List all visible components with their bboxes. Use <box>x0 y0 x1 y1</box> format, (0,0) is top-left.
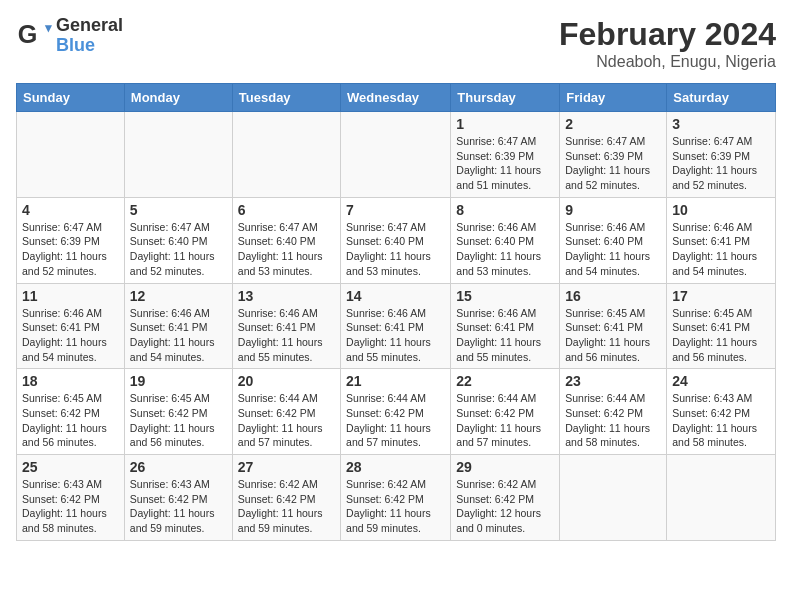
col-header-tuesday: Tuesday <box>232 84 340 112</box>
calendar-week-2: 4Sunrise: 6:47 AM Sunset: 6:39 PM Daylig… <box>17 197 776 283</box>
day-number: 29 <box>456 459 554 475</box>
col-header-friday: Friday <box>560 84 667 112</box>
day-info: Sunrise: 6:43 AM Sunset: 6:42 PM Dayligh… <box>130 477 227 536</box>
calendar-cell <box>17 112 125 198</box>
calendar-header-row: SundayMondayTuesdayWednesdayThursdayFrid… <box>17 84 776 112</box>
day-number: 21 <box>346 373 445 389</box>
calendar-cell: 13Sunrise: 6:46 AM Sunset: 6:41 PM Dayli… <box>232 283 340 369</box>
calendar-cell: 26Sunrise: 6:43 AM Sunset: 6:42 PM Dayli… <box>124 455 232 541</box>
day-info: Sunrise: 6:45 AM Sunset: 6:41 PM Dayligh… <box>672 306 770 365</box>
day-number: 9 <box>565 202 661 218</box>
day-number: 19 <box>130 373 227 389</box>
logo-line2: Blue <box>56 36 123 56</box>
calendar-cell: 17Sunrise: 6:45 AM Sunset: 6:41 PM Dayli… <box>667 283 776 369</box>
day-number: 14 <box>346 288 445 304</box>
day-number: 4 <box>22 202 119 218</box>
calendar-cell: 1Sunrise: 6:47 AM Sunset: 6:39 PM Daylig… <box>451 112 560 198</box>
day-info: Sunrise: 6:45 AM Sunset: 6:42 PM Dayligh… <box>130 391 227 450</box>
svg-text:G: G <box>18 20 38 48</box>
day-info: Sunrise: 6:43 AM Sunset: 6:42 PM Dayligh… <box>22 477 119 536</box>
day-number: 18 <box>22 373 119 389</box>
day-info: Sunrise: 6:42 AM Sunset: 6:42 PM Dayligh… <box>346 477 445 536</box>
calendar-cell: 3Sunrise: 6:47 AM Sunset: 6:39 PM Daylig… <box>667 112 776 198</box>
day-number: 23 <box>565 373 661 389</box>
calendar-cell: 19Sunrise: 6:45 AM Sunset: 6:42 PM Dayli… <box>124 369 232 455</box>
day-info: Sunrise: 6:46 AM Sunset: 6:41 PM Dayligh… <box>238 306 335 365</box>
day-info: Sunrise: 6:47 AM Sunset: 6:40 PM Dayligh… <box>130 220 227 279</box>
day-number: 12 <box>130 288 227 304</box>
day-number: 16 <box>565 288 661 304</box>
day-info: Sunrise: 6:46 AM Sunset: 6:41 PM Dayligh… <box>672 220 770 279</box>
calendar-cell <box>124 112 232 198</box>
calendar-cell: 22Sunrise: 6:44 AM Sunset: 6:42 PM Dayli… <box>451 369 560 455</box>
calendar-cell: 7Sunrise: 6:47 AM Sunset: 6:40 PM Daylig… <box>341 197 451 283</box>
calendar-table: SundayMondayTuesdayWednesdayThursdayFrid… <box>16 83 776 541</box>
calendar-week-1: 1Sunrise: 6:47 AM Sunset: 6:39 PM Daylig… <box>17 112 776 198</box>
day-info: Sunrise: 6:46 AM Sunset: 6:41 PM Dayligh… <box>130 306 227 365</box>
day-info: Sunrise: 6:47 AM Sunset: 6:40 PM Dayligh… <box>238 220 335 279</box>
day-info: Sunrise: 6:42 AM Sunset: 6:42 PM Dayligh… <box>456 477 554 536</box>
day-info: Sunrise: 6:46 AM Sunset: 6:41 PM Dayligh… <box>456 306 554 365</box>
day-number: 7 <box>346 202 445 218</box>
day-number: 1 <box>456 116 554 132</box>
calendar-cell: 27Sunrise: 6:42 AM Sunset: 6:42 PM Dayli… <box>232 455 340 541</box>
calendar-cell <box>341 112 451 198</box>
day-info: Sunrise: 6:47 AM Sunset: 6:39 PM Dayligh… <box>672 134 770 193</box>
calendar-cell: 5Sunrise: 6:47 AM Sunset: 6:40 PM Daylig… <box>124 197 232 283</box>
calendar-cell: 2Sunrise: 6:47 AM Sunset: 6:39 PM Daylig… <box>560 112 667 198</box>
day-number: 11 <box>22 288 119 304</box>
calendar-cell <box>232 112 340 198</box>
calendar-week-3: 11Sunrise: 6:46 AM Sunset: 6:41 PM Dayli… <box>17 283 776 369</box>
calendar-cell: 21Sunrise: 6:44 AM Sunset: 6:42 PM Dayli… <box>341 369 451 455</box>
day-info: Sunrise: 6:46 AM Sunset: 6:40 PM Dayligh… <box>456 220 554 279</box>
calendar-cell: 29Sunrise: 6:42 AM Sunset: 6:42 PM Dayli… <box>451 455 560 541</box>
day-info: Sunrise: 6:47 AM Sunset: 6:39 PM Dayligh… <box>22 220 119 279</box>
day-info: Sunrise: 6:44 AM Sunset: 6:42 PM Dayligh… <box>346 391 445 450</box>
day-info: Sunrise: 6:42 AM Sunset: 6:42 PM Dayligh… <box>238 477 335 536</box>
page-header: G General Blue February 2024 Ndeaboh, En… <box>16 16 776 71</box>
col-header-thursday: Thursday <box>451 84 560 112</box>
day-number: 20 <box>238 373 335 389</box>
day-number: 8 <box>456 202 554 218</box>
day-number: 25 <box>22 459 119 475</box>
day-info: Sunrise: 6:47 AM Sunset: 6:39 PM Dayligh… <box>456 134 554 193</box>
day-number: 3 <box>672 116 770 132</box>
day-number: 5 <box>130 202 227 218</box>
calendar-cell: 11Sunrise: 6:46 AM Sunset: 6:41 PM Dayli… <box>17 283 125 369</box>
title-block: February 2024 Ndeaboh, Enugu, Nigeria <box>559 16 776 71</box>
day-number: 6 <box>238 202 335 218</box>
calendar-cell <box>560 455 667 541</box>
calendar-body: 1Sunrise: 6:47 AM Sunset: 6:39 PM Daylig… <box>17 112 776 541</box>
calendar-cell: 23Sunrise: 6:44 AM Sunset: 6:42 PM Dayli… <box>560 369 667 455</box>
day-number: 2 <box>565 116 661 132</box>
calendar-cell: 8Sunrise: 6:46 AM Sunset: 6:40 PM Daylig… <box>451 197 560 283</box>
svg-marker-1 <box>45 25 52 32</box>
day-number: 24 <box>672 373 770 389</box>
logo: G General Blue <box>16 16 123 56</box>
day-info: Sunrise: 6:43 AM Sunset: 6:42 PM Dayligh… <box>672 391 770 450</box>
calendar-cell: 15Sunrise: 6:46 AM Sunset: 6:41 PM Dayli… <box>451 283 560 369</box>
day-info: Sunrise: 6:46 AM Sunset: 6:41 PM Dayligh… <box>346 306 445 365</box>
col-header-saturday: Saturday <box>667 84 776 112</box>
day-info: Sunrise: 6:44 AM Sunset: 6:42 PM Dayligh… <box>565 391 661 450</box>
day-number: 15 <box>456 288 554 304</box>
calendar-cell: 16Sunrise: 6:45 AM Sunset: 6:41 PM Dayli… <box>560 283 667 369</box>
calendar-week-5: 25Sunrise: 6:43 AM Sunset: 6:42 PM Dayli… <box>17 455 776 541</box>
day-info: Sunrise: 6:45 AM Sunset: 6:41 PM Dayligh… <box>565 306 661 365</box>
day-number: 28 <box>346 459 445 475</box>
logo-icon: G <box>16 18 52 54</box>
calendar-cell: 28Sunrise: 6:42 AM Sunset: 6:42 PM Dayli… <box>341 455 451 541</box>
col-header-monday: Monday <box>124 84 232 112</box>
calendar-cell: 6Sunrise: 6:47 AM Sunset: 6:40 PM Daylig… <box>232 197 340 283</box>
calendar-week-4: 18Sunrise: 6:45 AM Sunset: 6:42 PM Dayli… <box>17 369 776 455</box>
day-info: Sunrise: 6:46 AM Sunset: 6:41 PM Dayligh… <box>22 306 119 365</box>
calendar-cell: 25Sunrise: 6:43 AM Sunset: 6:42 PM Dayli… <box>17 455 125 541</box>
day-info: Sunrise: 6:47 AM Sunset: 6:39 PM Dayligh… <box>565 134 661 193</box>
day-info: Sunrise: 6:47 AM Sunset: 6:40 PM Dayligh… <box>346 220 445 279</box>
day-number: 27 <box>238 459 335 475</box>
calendar-cell: 9Sunrise: 6:46 AM Sunset: 6:40 PM Daylig… <box>560 197 667 283</box>
logo-line1: General <box>56 16 123 36</box>
day-number: 26 <box>130 459 227 475</box>
calendar-cell: 10Sunrise: 6:46 AM Sunset: 6:41 PM Dayli… <box>667 197 776 283</box>
calendar-cell <box>667 455 776 541</box>
